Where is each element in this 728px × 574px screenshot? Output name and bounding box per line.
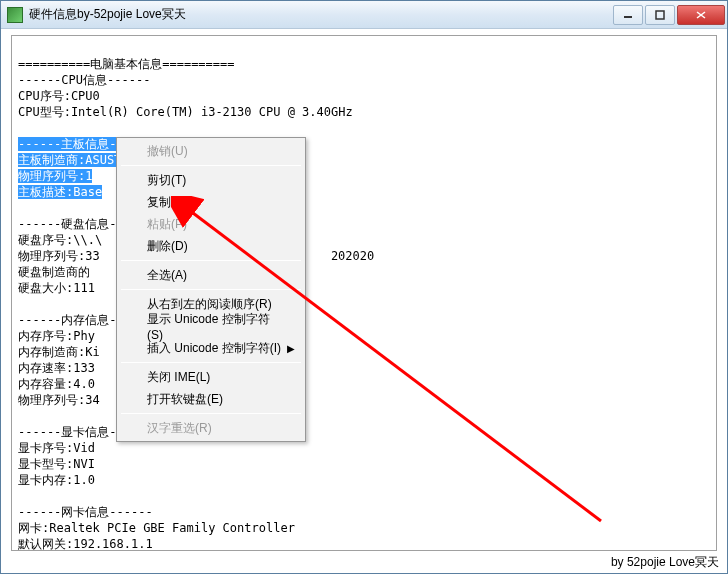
line-cpu-section: ------CPU信息------ — [18, 73, 150, 87]
menu-hanzi-label: 汉字重选(R) — [147, 420, 212, 437]
menu-separator — [121, 362, 301, 363]
menu-delete-label: 删除(D) — [147, 238, 188, 255]
line-mb-phys: 物理序列号:1 — [18, 169, 92, 183]
minimize-icon — [623, 10, 633, 20]
window-title: 硬件信息by-52pojie Love冥天 — [29, 6, 613, 23]
menu-hanzi[interactable]: 汉字重选(R) — [119, 417, 303, 439]
line-mem-sn: 内存序号:Phy — [18, 329, 95, 343]
menu-separator — [121, 260, 301, 261]
submenu-arrow-icon: ▶ — [287, 343, 295, 354]
line-cpu-model: CPU型号:Intel(R) Core(TM) i3-2130 CPU @ 3.… — [18, 105, 353, 119]
line-mem-cap: 内存容量:4.0 — [18, 377, 95, 391]
context-menu: 撤销(U) 剪切(T) 复制(C) 粘贴(P) 删除(D) 全选(A) 从右到左… — [116, 137, 306, 442]
window-buttons — [613, 5, 725, 25]
line-gw: 默认网关:192.168.1.1 — [18, 537, 153, 551]
menu-select-all[interactable]: 全选(A) — [119, 264, 303, 286]
line-hdd-sn: 硬盘序号:\\.\ — [18, 233, 102, 247]
menu-cut[interactable]: 剪切(T) — [119, 169, 303, 191]
menu-paste-label: 粘贴(P) — [147, 216, 187, 233]
titlebar[interactable]: 硬件信息by-52pojie Love冥天 — [1, 1, 727, 29]
line-hdd-size: 硬盘大小:111 — [18, 281, 95, 295]
menu-separator — [121, 413, 301, 414]
menu-soft-keyboard[interactable]: 打开软键盘(E) — [119, 388, 303, 410]
line-header: ==========电脑基本信息========== — [18, 57, 235, 71]
line-hdd-mfr: 硬盘制造商的 — [18, 265, 90, 279]
line-mem-mfr: 内存制造商:Ki — [18, 345, 100, 359]
menu-undo-label: 撤销(U) — [147, 143, 188, 160]
line-hdd-phys: 物理序列号:33 — [18, 249, 100, 263]
line-hdd-phys-tail: 202020 — [331, 249, 374, 263]
menu-copy[interactable]: 复制(C) — [119, 191, 303, 213]
menu-select-all-label: 全选(A) — [147, 267, 187, 284]
line-gpu-mem: 显卡内存:1.0 — [18, 473, 95, 487]
minimize-button[interactable] — [613, 5, 643, 25]
line-gpu-sn: 显卡序号:Vid — [18, 441, 95, 455]
menu-close-ime[interactable]: 关闭 IME(L) — [119, 366, 303, 388]
footer: by 52pojie Love冥天 — [1, 553, 727, 573]
maximize-icon — [655, 10, 665, 20]
line-nic-section: ------网卡信息------ — [18, 505, 153, 519]
line-gpu-model: 显卡型号:NVI — [18, 457, 95, 471]
menu-cut-label: 剪切(T) — [147, 172, 186, 189]
menu-paste[interactable]: 粘贴(P) — [119, 213, 303, 235]
line-mem-speed: 内存速率:133 — [18, 361, 95, 375]
footer-credit: by 52pojie Love冥天 — [611, 554, 719, 571]
menu-undo[interactable]: 撤销(U) — [119, 140, 303, 162]
content-area: ==========电脑基本信息========== ------CPU信息--… — [1, 29, 727, 553]
menu-insert-unicode-label: 插入 Unicode 控制字符(I) — [147, 340, 281, 357]
line-nic-name: 网卡:Realtek PCIe GBE Family Controller — [18, 521, 295, 535]
menu-delete[interactable]: 删除(D) — [119, 235, 303, 257]
line-mb-desc: 主板描述:Base — [18, 185, 102, 199]
svg-rect-1 — [656, 11, 664, 19]
app-icon — [7, 7, 23, 23]
menu-show-unicode[interactable]: 显示 Unicode 控制字符(S) — [119, 315, 303, 337]
menu-close-ime-label: 关闭 IME(L) — [147, 369, 210, 386]
line-cpu-sn: CPU序号:CPU0 — [18, 89, 100, 103]
menu-insert-unicode[interactable]: 插入 Unicode 控制字符(I)▶ — [119, 337, 303, 359]
menu-soft-keyboard-label: 打开软键盘(E) — [147, 391, 223, 408]
maximize-button[interactable] — [645, 5, 675, 25]
menu-separator — [121, 289, 301, 290]
menu-separator — [121, 165, 301, 166]
app-window: 硬件信息by-52pojie Love冥天 ==========电脑基本信息==… — [0, 0, 728, 574]
close-button[interactable] — [677, 5, 725, 25]
menu-copy-label: 复制(C) — [147, 194, 188, 211]
close-icon — [695, 10, 707, 20]
line-mem-phys: 物理序列号:34 — [18, 393, 100, 407]
